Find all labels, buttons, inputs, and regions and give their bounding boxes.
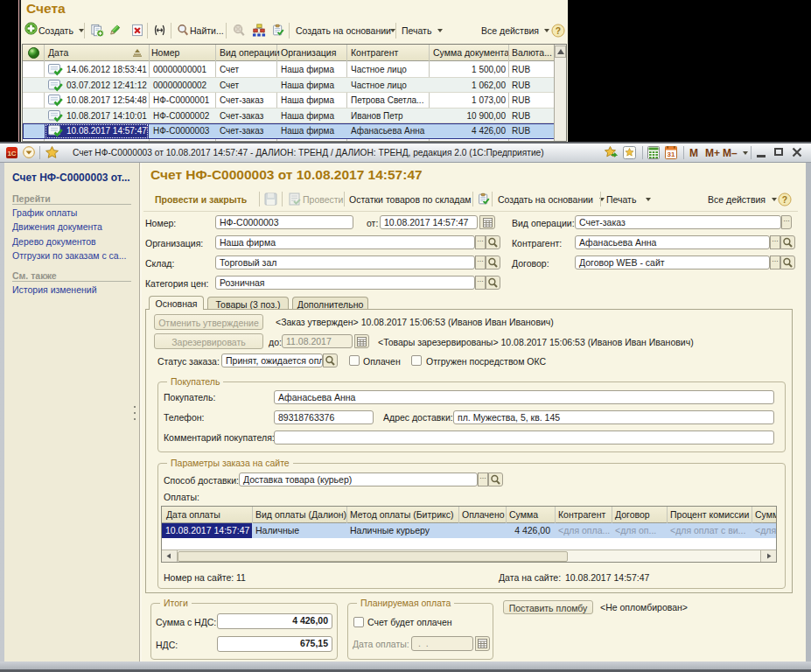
svg-text:?: ? xyxy=(556,26,561,36)
svg-text:?: ? xyxy=(782,195,787,205)
svg-text:31: 31 xyxy=(668,150,675,158)
svg-text:1С: 1С xyxy=(7,150,16,158)
